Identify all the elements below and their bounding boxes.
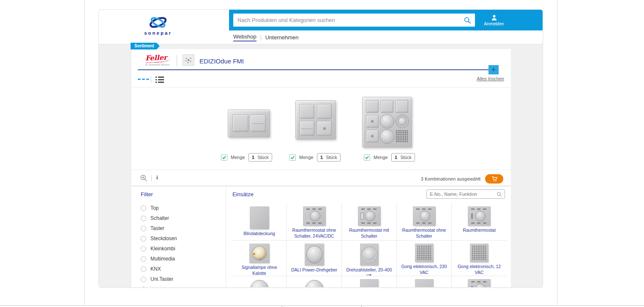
- product-image: [360, 244, 379, 266]
- webshop-window: sonepar Anmelden Webshop Unternehm: [98, 9, 543, 288]
- quantity-unit: Stück: [400, 155, 411, 160]
- search-icon[interactable]: [497, 192, 502, 197]
- login-button[interactable]: Anmelden: [480, 12, 508, 28]
- product-image: [305, 244, 324, 266]
- product-image: [415, 244, 434, 262]
- combination-3-checkbox[interactable]: [364, 154, 370, 161]
- product-name: Drehzahlsteller, 20-400 VA: [342, 267, 396, 276]
- plus-icon: +: [491, 66, 496, 74]
- product-card[interactable]: Raumthermostat: [452, 203, 507, 241]
- brand-divider: [177, 55, 177, 66]
- product-name: Gong elektronisch, 230 VAC: [397, 264, 451, 275]
- radio-button[interactable]: [141, 287, 146, 288]
- nav-unternehmen[interactable]: Unternehmen: [265, 34, 299, 41]
- quantity-input-1[interactable]: 1 Stück: [248, 153, 272, 162]
- check-icon: [222, 155, 226, 160]
- nav-separator: [261, 35, 261, 40]
- inserts-search-input[interactable]: [427, 192, 497, 197]
- quantity-unit: Stück: [257, 155, 268, 160]
- filter-option-steckdosen[interactable]: Steckdosen: [141, 233, 177, 244]
- combination-2-quantity-row: Menge 1 Stück: [289, 153, 341, 162]
- radio-button[interactable]: [141, 246, 146, 252]
- nav-webshop[interactable]: Webshop: [233, 33, 257, 41]
- product-image: [470, 244, 488, 262]
- feller-logo: Feller by Schneider Electric: [145, 55, 170, 66]
- filter-option-knx[interactable]: KNX: [141, 264, 177, 274]
- main-nav: Webshop Unternehmen: [229, 30, 543, 44]
- search-icon[interactable]: [464, 16, 471, 24]
- radio-button[interactable]: [141, 216, 146, 221]
- product-image: [250, 206, 269, 229]
- product-name: Signallampe ohne Kalotte: [232, 265, 287, 276]
- product-card[interactable]: Gong elektronisch, 230 VAC: [397, 241, 452, 276]
- radio-button[interactable]: [141, 266, 146, 272]
- quantity-input-2[interactable]: 1 Stück: [317, 153, 341, 162]
- product-card[interactable]: Raumthermostat ohne Schalter: [397, 203, 452, 241]
- quantity-value[interactable]: 1: [395, 155, 397, 160]
- product-image: [249, 244, 270, 263]
- combination-image-3[interactable]: [362, 97, 412, 148]
- filter-option-partial[interactable]: [141, 284, 177, 288]
- quantity-input-3[interactable]: 1 Stück: [391, 153, 415, 162]
- filter-option-schalter[interactable]: Schalter: [141, 213, 177, 223]
- combination-1-checkbox[interactable]: [221, 154, 227, 161]
- list-view-icon[interactable]: [156, 77, 164, 84]
- quantity-label: Menge: [299, 155, 314, 160]
- product-card[interactable]: DALI Power-Drehgeber: [287, 241, 342, 276]
- product-card-partial[interactable]: [452, 276, 507, 288]
- combination-image-1[interactable]: [228, 110, 270, 137]
- radio-button[interactable]: [141, 256, 146, 262]
- filter-option-top[interactable]: Top: [141, 203, 177, 213]
- product-card[interactable]: Raumthermostat ohne Schalter, 24VAC/DC: [287, 203, 342, 241]
- inserts-title: Einsätze: [232, 191, 254, 197]
- product-card-partial[interactable]: [232, 276, 287, 288]
- combination-image-2[interactable]: [295, 100, 336, 140]
- product-name: DALI Power-Drehgeber: [289, 267, 340, 273]
- product-search: [233, 14, 475, 27]
- add-to-cart-button[interactable]: [485, 174, 503, 184]
- product-image: [468, 279, 491, 288]
- filter-option-multimedia[interactable]: Multimedia: [141, 254, 177, 264]
- sonepar-logo[interactable]: sonepar: [137, 15, 179, 36]
- radio-button[interactable]: [141, 236, 146, 241]
- info-icon[interactable]: i: [156, 174, 158, 181]
- cart-icon: [491, 176, 498, 182]
- toolbar-divider: [151, 76, 151, 82]
- sortiment-tab[interactable]: Sortiment: [131, 43, 160, 49]
- product-card[interactable]: Gong elektronisch, 12 VAC: [452, 241, 507, 276]
- product-card[interactable]: Blindabdeckung: [232, 203, 287, 241]
- filter-option-taster[interactable]: Taster: [141, 223, 177, 233]
- product-card-partial[interactable]: [397, 276, 452, 288]
- filter-option-kleinkombi[interactable]: Kleinkombi: [141, 244, 177, 254]
- add-combination-button[interactable]: +: [488, 65, 499, 74]
- combination-3-quantity-row: Menge 1 Stück: [364, 153, 415, 162]
- product-image: [303, 206, 326, 226]
- frame-line-right: [557, 0, 557, 305]
- filter-list: Top Schalter Taster Steckdosen Kleinkomb…: [141, 203, 177, 288]
- product-card[interactable]: Drehzahlsteller, 20-400 VA: [342, 241, 397, 276]
- toolbar-divider: [151, 175, 152, 181]
- search-input[interactable]: [233, 17, 464, 23]
- quantity-value[interactable]: 1: [252, 155, 254, 160]
- product-name: Gong elektronisch, 12 VAC: [452, 264, 507, 275]
- product-card-partial[interactable]: [342, 276, 397, 288]
- dashes-icon[interactable]: [138, 79, 149, 80]
- quantity-value[interactable]: 1: [320, 155, 323, 160]
- quantity-label: Menge: [231, 155, 245, 160]
- header-bar: Anmelden: [229, 10, 543, 30]
- divider: [131, 170, 511, 170]
- feller-logo-text: Feller: [145, 54, 170, 63]
- product-card[interactable]: Raumthermostat mit Schalter: [342, 203, 397, 241]
- combination-2-checkbox[interactable]: [289, 154, 296, 161]
- radio-button[interactable]: [141, 277, 146, 282]
- product-image: [358, 206, 381, 226]
- product-card-partial[interactable]: [287, 276, 342, 288]
- filter-option-uni-taster[interactable]: Uni.Taster: [141, 274, 177, 284]
- radio-button[interactable]: [141, 206, 146, 211]
- clear-all-link[interactable]: Alles löschen: [477, 76, 504, 81]
- zoom-in-icon[interactable]: [140, 174, 147, 182]
- frame-line-left: [85, 0, 85, 305]
- configurator-panel: Feller by Schneider Electric EDIZIOdue F…: [131, 49, 511, 288]
- radio-button[interactable]: [141, 226, 146, 231]
- product-card[interactable]: Signallampe ohne Kalotte: [232, 241, 287, 276]
